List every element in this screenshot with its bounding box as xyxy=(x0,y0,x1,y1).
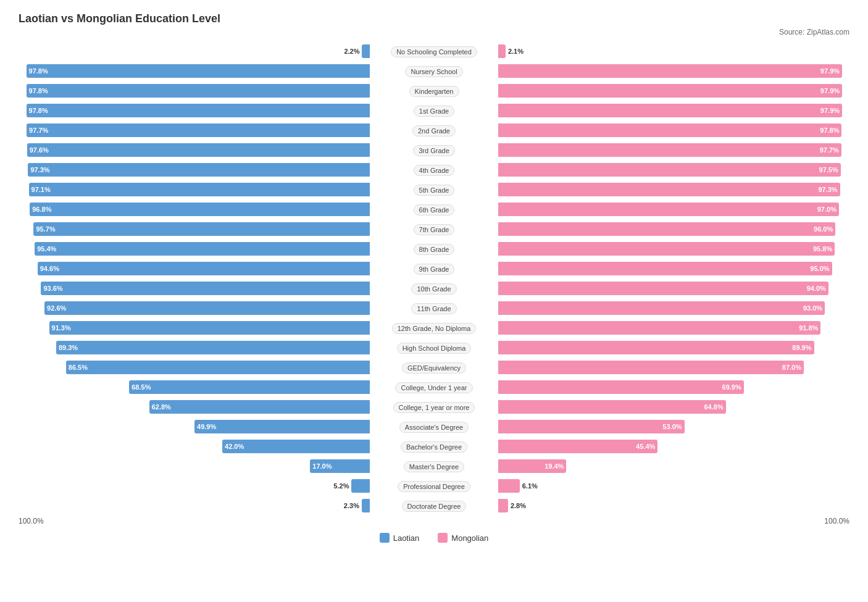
left-bar-wrapper: 91.3% xyxy=(19,321,370,335)
chart-row: 97.3%4th Grade97.5% xyxy=(19,161,849,178)
chart-row: 94.6%9th Grade95.0% xyxy=(19,260,849,277)
right-bar-wrapper: 69.9% xyxy=(498,380,849,394)
left-bar-wrapper: 68.5% xyxy=(19,380,370,394)
left-bar: 86.5% xyxy=(66,361,370,374)
chart-row: 97.7%2nd Grade97.8% xyxy=(19,122,849,139)
category-label: 7th Grade xyxy=(414,224,455,235)
category-label-cell: 10th Grade xyxy=(372,283,496,295)
bottom-right-label: 100.0% xyxy=(824,517,849,525)
left-bar-container: 86.5% xyxy=(19,361,372,374)
right-bar-wrapper: 2.8% xyxy=(498,499,849,512)
left-bar-label: 97.8% xyxy=(29,87,48,94)
right-bar-wrapper: 97.7% xyxy=(498,143,849,157)
left-bar-label: 49.9% xyxy=(197,423,216,430)
left-bar: 92.6% xyxy=(44,301,370,315)
chart-row: 42.0%Bachelor's Degree45.4% xyxy=(19,438,849,455)
left-bar-container: 95.4% xyxy=(19,242,372,256)
right-bar-label: 97.3% xyxy=(818,186,837,193)
chart-row: 97.8%1st Grade97.9% xyxy=(19,102,849,119)
left-bar-label: 86.5% xyxy=(69,364,88,371)
right-bar-wrapper: 2.1% xyxy=(498,44,849,58)
right-bar-container: 96.0% xyxy=(496,222,849,236)
category-label-cell: 4th Grade xyxy=(372,164,496,176)
right-bar-label: 97.9% xyxy=(820,107,840,114)
left-bar-label: 97.8% xyxy=(29,107,48,114)
right-bar: 91.8% xyxy=(498,321,820,335)
chart-row: 93.6%10th Grade94.0% xyxy=(19,280,849,297)
left-bar-label: 97.6% xyxy=(30,146,49,154)
right-outside-label: 6.1% xyxy=(522,482,538,490)
left-bar-container: 92.6% xyxy=(19,301,372,315)
category-label-cell: 3rd Grade xyxy=(372,144,496,156)
left-bar-wrapper: 95.4% xyxy=(19,242,370,256)
left-bar: 97.3% xyxy=(28,163,370,177)
right-bar-wrapper: 45.4% xyxy=(498,440,849,453)
right-bar-label: 97.7% xyxy=(820,146,839,154)
left-bar-container: 97.7% xyxy=(19,123,372,137)
chart-title: Laotian vs Mongolian Education Level xyxy=(19,12,849,25)
chart-row: 91.3%12th Grade, No Diploma91.8% xyxy=(19,319,849,337)
right-bar-container: 95.8% xyxy=(496,242,849,256)
right-bar-container: 2.1% xyxy=(496,44,849,58)
left-bar-wrapper: 97.7% xyxy=(19,123,370,137)
chart-row: 95.7%7th Grade96.0% xyxy=(19,220,849,238)
category-label-cell: 1st Grade xyxy=(372,105,496,117)
left-bar-wrapper: 49.9% xyxy=(19,420,370,433)
right-bar-wrapper: 96.0% xyxy=(498,222,849,236)
left-bar-label: 97.7% xyxy=(29,127,48,134)
category-label: Professional Degree xyxy=(398,481,470,492)
left-bar: 97.8% xyxy=(27,84,370,98)
right-bar: 89.9% xyxy=(498,341,814,354)
right-bar-container: 2.8% xyxy=(496,499,849,512)
right-bar-label: 96.0% xyxy=(814,225,833,233)
left-bar-wrapper: 5.2% xyxy=(19,479,370,493)
right-bar: 97.9% xyxy=(498,64,842,78)
chart-row: 17.0%Master's Degree19.4% xyxy=(19,458,849,475)
right-bar-label: 87.0% xyxy=(782,364,801,371)
right-bar: 97.8% xyxy=(498,123,841,137)
left-bar: 95.4% xyxy=(35,242,370,256)
category-label: Kindergarten xyxy=(409,86,459,97)
right-bar-container: 97.8% xyxy=(496,123,849,137)
category-label: Doctorate Degree xyxy=(402,501,467,512)
left-bar-wrapper: 97.6% xyxy=(19,143,370,157)
right-bar-wrapper: 97.5% xyxy=(498,163,849,177)
left-bar-wrapper: 95.7% xyxy=(19,222,370,236)
right-bar-container: 97.9% xyxy=(496,84,849,98)
right-bar-wrapper: 97.9% xyxy=(498,104,849,117)
category-label-cell: 6th Grade xyxy=(372,204,496,215)
category-label: Nursery School xyxy=(405,66,462,77)
right-bar-container: 89.9% xyxy=(496,341,849,354)
category-label-cell: Kindergarten xyxy=(372,85,496,97)
category-label: 4th Grade xyxy=(414,165,455,176)
right-bar: 95.0% xyxy=(498,262,832,275)
left-bar: 97.8% xyxy=(27,64,370,78)
right-bar: 97.7% xyxy=(498,143,841,157)
left-bar-container: 97.8% xyxy=(19,104,372,117)
right-bar xyxy=(498,499,508,512)
chart-row: 97.8%Kindergarten97.9% xyxy=(19,82,849,99)
left-bar-label: 95.4% xyxy=(37,245,56,253)
right-bar: 97.9% xyxy=(498,84,842,98)
right-bar-container: 87.0% xyxy=(496,361,849,374)
left-bar-container: 2.3% xyxy=(19,499,372,512)
chart-row: 86.5%GED/Equivalency87.0% xyxy=(19,359,849,376)
left-bar-container: 97.8% xyxy=(19,84,372,98)
left-bar-wrapper: 93.6% xyxy=(19,282,370,295)
category-label-cell: Bachelor's Degree xyxy=(372,441,496,453)
right-bar-label: 97.0% xyxy=(817,206,837,213)
right-bar-container: 64.8% xyxy=(496,400,849,414)
right-bar: 97.0% xyxy=(498,203,839,216)
category-label-cell: College, Under 1 year xyxy=(372,382,496,393)
left-bar-wrapper: 42.0% xyxy=(19,440,370,453)
left-bar-wrapper: 86.5% xyxy=(19,361,370,374)
left-bar-wrapper: 2.2% xyxy=(19,44,370,58)
right-bar-container: 53.0% xyxy=(496,420,849,433)
right-bar-container: 95.0% xyxy=(496,262,849,275)
category-label-cell: 5th Grade xyxy=(372,184,496,196)
right-bar-container: 69.9% xyxy=(496,380,849,394)
left-bar-wrapper: 94.6% xyxy=(19,262,370,275)
right-bar-wrapper: 6.1% xyxy=(498,479,849,493)
category-label: 10th Grade xyxy=(411,283,456,295)
left-bar-container: 91.3% xyxy=(19,321,372,335)
